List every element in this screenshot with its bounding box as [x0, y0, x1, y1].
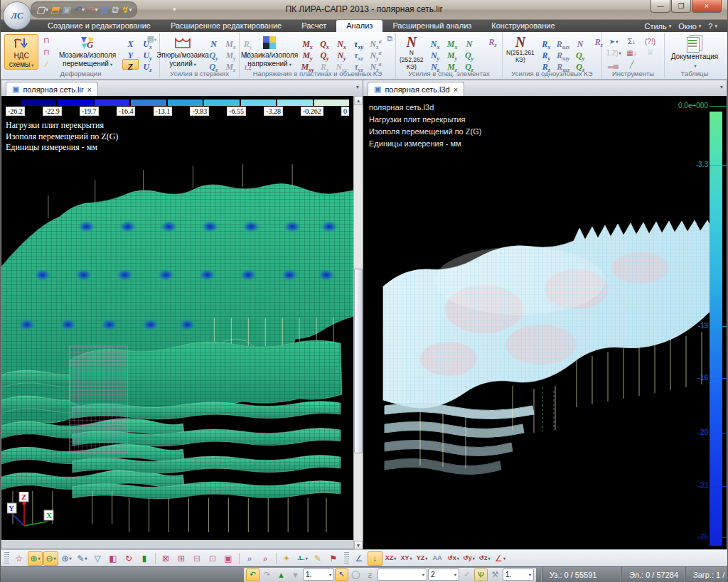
- force-letter-button[interactable]: Qz: [461, 59, 478, 70]
- view-xz-icon[interactable]: XZ▾: [383, 551, 398, 566]
- mosaic-displacements-button[interactable]: G Мозаика/изополя перемещений▾: [55, 34, 120, 70]
- force-letter-button[interactable]: My: [223, 48, 239, 58]
- force-letter-button[interactable]: Qz: [572, 59, 589, 70]
- right-viewport[interactable]: полярная сеть.l3dНагрузки плит перекрыти…: [363, 96, 727, 550]
- force-letter-button[interactable]: Qy: [461, 48, 478, 58]
- force-letter-button[interactable]: Nxa: [368, 36, 384, 47]
- window-menu-item[interactable]: Стиль▾: [644, 22, 671, 31]
- scale-select[interactable]: 1.▾: [303, 568, 334, 581]
- select-cursor-icon[interactable]: ➤▾: [604, 38, 623, 45]
- mini-icon[interactable]: ⊓: [41, 36, 53, 46]
- view-xy-icon[interactable]: XY▾: [399, 551, 414, 566]
- close-tab-icon[interactable]: ×: [87, 85, 92, 94]
- onenode-n-button[interactable]: N N(251,261 КЭ): [505, 34, 536, 70]
- force-letter-button[interactable]: Uy: [139, 48, 156, 58]
- magnifier-off-icon[interactable]: ⌕: [258, 551, 273, 566]
- close-button[interactable]: ×: [692, 0, 722, 13]
- force-letter-button[interactable]: τxz: [350, 48, 367, 58]
- fragment-restore-icon[interactable]: ⊡: [205, 551, 220, 566]
- save-icon[interactable]: ▣: [62, 5, 71, 14]
- database-icon[interactable]: ▦: [100, 5, 109, 14]
- force-letter-button[interactable]: Rz: [538, 59, 555, 70]
- down-icon[interactable]: ▼: [289, 568, 302, 581]
- force-letter-button[interactable]: N: [572, 36, 589, 47]
- undo-view-icon[interactable]: ↶: [246, 568, 259, 581]
- window-menu-item[interactable]: ?▾: [708, 22, 717, 31]
- panel-menu-icon[interactable]: ▾: [720, 84, 723, 90]
- force-letter-button[interactable]: Qx: [316, 36, 333, 47]
- perspective-icon[interactable]: АА: [430, 551, 445, 566]
- minimize-button[interactable]: —: [651, 0, 670, 13]
- force-letter-button[interactable]: Qy: [205, 48, 222, 58]
- node-mode-icon[interactable]: ↖: [335, 568, 348, 581]
- force-letter-button[interactable]: Nya: [368, 48, 384, 58]
- new-file-icon[interactable]: ▢▾: [36, 5, 48, 14]
- force-letter-button[interactable]: Ny: [333, 48, 350, 58]
- scroll-up-icon[interactable]: ▲: [354, 96, 363, 105]
- iso-axes-icon[interactable]: ∠: [352, 551, 367, 566]
- measure-icon[interactable]: ✎▾: [75, 551, 90, 566]
- flag-icon[interactable]: ⚑: [326, 551, 341, 566]
- count-select[interactable]: 2▾: [428, 568, 459, 581]
- redo-view-icon[interactable]: ↷: [260, 568, 274, 581]
- hammer-icon[interactable]: ⚒: [488, 568, 502, 581]
- ribbon-tab[interactable]: Конструирование: [481, 20, 564, 32]
- clipboard-icon[interactable]: ⧉: [387, 34, 392, 43]
- left-document-tab[interactable]: ▣ полярная сеть.lir ×: [6, 82, 98, 96]
- force-letter-button[interactable]: Rz: [485, 37, 501, 48]
- redo-icon[interactable]: ↷▾: [87, 5, 97, 14]
- magnifier-icon[interactable]: ⌕: [242, 551, 257, 566]
- force-letter-button[interactable]: Mz: [444, 59, 461, 70]
- stress-mosaic-button[interactable]: Мозаика/изополя напряжений▾: [242, 34, 297, 70]
- fragment-all-icon[interactable]: ▣: [221, 551, 236, 566]
- maximize-button[interactable]: ❐: [671, 0, 691, 13]
- force-letter-button[interactable]: Mxy: [299, 59, 316, 70]
- view-yz-icon[interactable]: YZ▾: [414, 551, 429, 566]
- toolbar-grip[interactable]: [344, 552, 349, 565]
- qat-overflow-icon[interactable]: ▾: [173, 6, 176, 13]
- force-letter-button[interactable]: N: [205, 36, 222, 47]
- toolbar-sep[interactable]: [155, 553, 156, 564]
- force-letter-button[interactable]: Nxy: [333, 59, 350, 70]
- app-logo[interactable]: ЛС: [3, 1, 31, 30]
- ribbon-tab[interactable]: Расчет: [291, 20, 336, 32]
- flashlight-icon[interactable]: ✦: [279, 551, 294, 566]
- force-letter-button[interactable]: Rx: [538, 36, 555, 47]
- close-tab-icon[interactable]: ×: [454, 85, 458, 94]
- lasso-icon[interactable]: ◯: [349, 568, 363, 581]
- mini-icon[interactable]: ⊓: [41, 47, 53, 58]
- force-diagrams-button[interactable]: Эпюры/мозаика усилий▾: [162, 34, 203, 70]
- documentation-button[interactable]: Документация ▾: [668, 34, 721, 70]
- force-letter-button[interactable]: Mx: [444, 36, 461, 47]
- wand-icon[interactable]: ╱: [623, 60, 641, 68]
- left-viewport[interactable]: -26.2-22.9-19.7-16.4-13.1-9.83-6.55-3.28…: [1, 96, 353, 540]
- force-letter-button[interactable]: Y: [122, 48, 139, 58]
- toolbar-sep[interactable]: [239, 553, 240, 564]
- toolbar-grip[interactable]: [4, 552, 9, 565]
- rotate-z-icon[interactable]: ↺z▾: [477, 551, 492, 566]
- force-letter-button[interactable]: Nz: [427, 59, 444, 70]
- right-document-tab[interactable]: ▣ полярная сеть.l3d ×: [368, 82, 464, 96]
- fragment-remove-icon[interactable]: ⊟: [190, 551, 205, 566]
- force-letter-button[interactable]: Z: [122, 59, 139, 70]
- mosaic-save-icon[interactable]: ▦↓: [623, 49, 641, 57]
- check-results-icon[interactable]: (?!): [641, 38, 660, 45]
- up-icon[interactable]: ▲: [274, 568, 288, 581]
- ribbon-tab[interactable]: Расширенное редактирование: [161, 20, 291, 32]
- pencil-icon[interactable]: ✎: [311, 551, 326, 566]
- load-select[interactable]: 1.▾: [503, 568, 534, 581]
- ribbon-tab[interactable]: Расширенный анализ: [382, 20, 481, 32]
- force-letter-button[interactable]: Mz: [223, 59, 239, 70]
- nds-schemes-button[interactable]: НДС схемы▾: [4, 34, 38, 70]
- force-letter-button[interactable]: Qz: [205, 59, 222, 70]
- toolbar-sep[interactable]: [276, 553, 277, 564]
- zoom-extents-icon[interactable]: ⊕▾: [59, 551, 74, 566]
- rotate-x-icon[interactable]: ↺x▾: [446, 551, 461, 566]
- force-letter-button[interactable]: N: [461, 36, 478, 47]
- mosaic-small-icon[interactable]: ▦▾: [147, 34, 156, 43]
- force-letter-button[interactable]: Rшy: [555, 48, 572, 58]
- fragment-icon[interactable]: ⊠: [159, 551, 173, 566]
- force-letter-button[interactable]: Ry: [538, 48, 555, 58]
- force-letter-button[interactable]: My: [299, 48, 316, 58]
- filter-icon[interactable]: ▽: [90, 551, 105, 566]
